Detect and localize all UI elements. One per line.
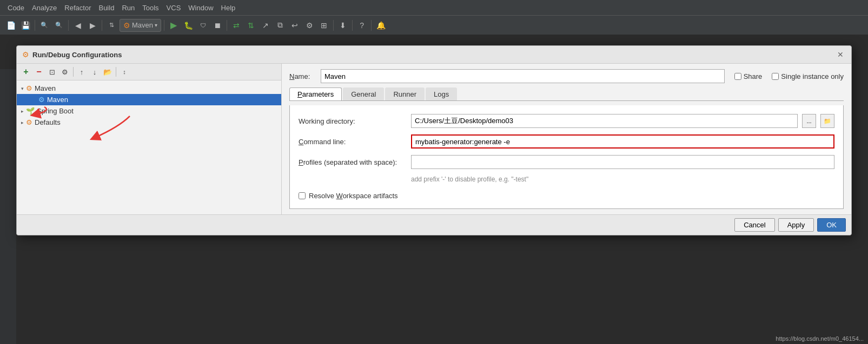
menu-vcs[interactable]: VCS — [163, 3, 184, 13]
menu-run[interactable]: Run — [118, 3, 138, 13]
menu-code[interactable]: Code — [4, 3, 28, 13]
forward-btn[interactable]: ▶ — [86, 19, 99, 32]
back-btn[interactable]: ◀ — [71, 19, 84, 32]
separator-2 — [68, 20, 69, 31]
menu-analyze[interactable]: Analyze — [29, 3, 60, 13]
toolbar: 📄 💾 🔍 🔍 ◀ ▶ ⇅ ⚙ Maven ▾ ▶ 🐛 🛡 ⏹ ⇄ ⇅ ↗ ⧉ … — [0, 15, 868, 35]
grid-btn[interactable]: ⊞ — [317, 19, 330, 32]
separator-3 — [102, 20, 102, 31]
menu-help[interactable]: Help — [218, 3, 239, 13]
zoom-in-btn[interactable]: 🔍 — [38, 19, 51, 32]
open-file-btn[interactable]: 💾 — [19, 19, 32, 32]
menu-build[interactable]: Build — [95, 3, 117, 13]
help-btn[interactable]: ? — [355, 19, 368, 32]
separator-5 — [227, 20, 227, 31]
coverage-btn[interactable]: 🛡 — [196, 19, 209, 32]
menu-tools[interactable]: Tools — [139, 3, 162, 13]
stop-btn[interactable]: ⏹ — [211, 19, 224, 32]
vcs-btn2[interactable]: ⇅ — [244, 19, 257, 32]
toggle-btn[interactable]: ⇅ — [105, 19, 118, 32]
zoom-out-btn[interactable]: 🔍 — [52, 19, 65, 32]
separator-4 — [164, 20, 164, 31]
separator-6 — [333, 20, 334, 31]
menu-window[interactable]: Window — [185, 3, 216, 13]
run-config-label: Maven — [132, 21, 153, 29]
debug-btn[interactable]: 🐛 — [182, 19, 195, 32]
new-file-btn[interactable]: 📄 — [4, 19, 17, 32]
separator-1 — [35, 20, 35, 31]
dropdown-chevron-icon: ▾ — [155, 22, 157, 28]
notifications-btn[interactable]: 🔔 — [374, 19, 387, 32]
vcs-btn1[interactable]: ⇄ — [230, 19, 243, 32]
download-btn[interactable]: ⬇ — [336, 19, 349, 32]
vcs-btn3[interactable]: ↗ — [259, 19, 272, 32]
undo-btn[interactable]: ↩ — [288, 19, 301, 32]
menubar: Code Analyze Refactor Build Run Tools VC… — [0, 0, 868, 15]
separator-7 — [352, 20, 353, 31]
run-btn[interactable]: ▶ — [167, 19, 180, 32]
vcs-btn4[interactable]: ⧉ — [274, 19, 287, 32]
run-config-dropdown[interactable]: ⚙ Maven ▾ — [120, 19, 161, 32]
settings2-btn[interactable]: ⚙ — [303, 19, 316, 32]
maven-config-icon: ⚙ — [123, 21, 130, 30]
separator-8 — [371, 20, 372, 31]
menu-refactor[interactable]: Refactor — [61, 3, 94, 13]
